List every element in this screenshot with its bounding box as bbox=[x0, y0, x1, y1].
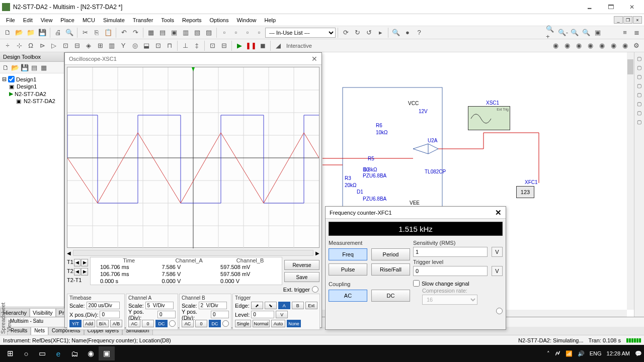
instr-icon-2[interactable]: ▢ bbox=[635, 63, 643, 71]
comp-icon-7[interactable]: ⊟ bbox=[71, 40, 83, 51]
chb-0-button[interactable]: 0 bbox=[195, 320, 207, 327]
tb-icon-probe2[interactable]: ● bbox=[402, 27, 413, 38]
comp-icon-4[interactable]: ⊳ bbox=[37, 40, 48, 51]
paste-icon[interactable]: 📋 bbox=[103, 27, 114, 38]
instr-icon-3[interactable]: ▢ bbox=[635, 72, 643, 80]
tray-power-icon[interactable]: 🗲 bbox=[555, 350, 560, 356]
mdi-minimize[interactable]: _ bbox=[614, 16, 623, 24]
menu-view[interactable]: View bbox=[37, 16, 57, 25]
dt-icon-4[interactable]: ▤ bbox=[30, 63, 39, 72]
tray-volume-icon[interactable]: 🔊 bbox=[578, 350, 585, 357]
interactive-icon[interactable]: ◢ bbox=[273, 40, 284, 51]
menu-options[interactable]: Options bbox=[206, 16, 233, 25]
place-icon-3[interactable]: ⊡ bbox=[207, 40, 218, 51]
trig-none-button[interactable]: None bbox=[287, 320, 301, 327]
tree-root-check[interactable] bbox=[8, 76, 15, 82]
place-icon-4[interactable]: ⊟ bbox=[218, 40, 229, 51]
menu-place[interactable]: Place bbox=[56, 16, 78, 25]
instr-icon-7[interactable]: ▢ bbox=[635, 109, 643, 117]
maximize-button[interactable]: 🗖 bbox=[601, 2, 621, 13]
menu-transfer[interactable]: Transfer bbox=[129, 16, 157, 25]
dt-icon-2[interactable]: 📂 bbox=[11, 63, 20, 72]
mdi-restore[interactable]: ❐ bbox=[623, 16, 632, 24]
t2-left[interactable]: ◀ bbox=[74, 268, 81, 276]
menu-simulate[interactable]: Simulate bbox=[99, 16, 129, 25]
timebase-xpos-input[interactable] bbox=[100, 311, 120, 318]
cut-icon[interactable]: ✂ bbox=[79, 27, 91, 38]
comp-icon-10[interactable]: ▥ bbox=[106, 40, 117, 51]
menu-mcu[interactable]: MCU bbox=[78, 16, 99, 25]
tab-nets[interactable]: Nets bbox=[31, 327, 48, 335]
ab-button[interactable]: A/B bbox=[110, 320, 122, 327]
chrome-icon[interactable]: ◉ bbox=[83, 346, 99, 360]
comp-icon-13[interactable]: ⬓ bbox=[141, 40, 152, 51]
cha-0-button[interactable]: 0 bbox=[142, 320, 154, 327]
comp-icon-14[interactable]: ⊡ bbox=[152, 40, 164, 51]
trig-auto-button[interactable]: Auto bbox=[271, 320, 285, 327]
tb-icon-17[interactable]: ⟳ bbox=[340, 27, 351, 38]
undo-icon[interactable]: ↶ bbox=[118, 27, 129, 38]
oscilloscope-screen[interactable] bbox=[67, 67, 319, 248]
tray-up-icon[interactable]: ˄ bbox=[547, 350, 550, 357]
tb-icon-18[interactable]: ↻ bbox=[352, 27, 363, 38]
tab-visibility[interactable]: Visibility bbox=[30, 308, 56, 317]
place-icon-1[interactable]: ⊥ bbox=[180, 40, 191, 51]
cha-ac-button[interactable]: AC bbox=[128, 320, 140, 327]
help-icon[interactable]: ? bbox=[414, 27, 425, 38]
oscilloscope-titlebar[interactable]: Oscilloscope-XSC1 ✕ bbox=[65, 53, 321, 65]
zoom-out-icon[interactable]: 🔍- bbox=[557, 27, 569, 38]
menu-tools[interactable]: Tools bbox=[157, 16, 178, 25]
comp-icon-2[interactable]: ⊹ bbox=[14, 40, 25, 51]
start-icon[interactable]: ⊞ bbox=[2, 346, 18, 360]
tb-icon-15[interactable]: ▫ bbox=[242, 27, 253, 38]
timebase-scale-input[interactable] bbox=[87, 302, 120, 309]
open-sample-icon[interactable]: 📁 bbox=[25, 27, 36, 38]
tb-icon-7[interactable]: ▦ bbox=[145, 27, 156, 38]
trigger-level-input[interactable] bbox=[251, 311, 274, 318]
instr-icon-5[interactable]: ▢ bbox=[635, 90, 643, 99]
fc-trigger-input[interactable] bbox=[413, 266, 488, 276]
trig-single-button[interactable]: Single bbox=[235, 320, 251, 327]
multisim-task-icon[interactable]: ▣ bbox=[99, 346, 115, 360]
trig-src-ext-button[interactable]: Ext bbox=[305, 302, 317, 309]
chan-b-ypos-input[interactable] bbox=[211, 311, 229, 318]
comp-icon-5[interactable]: ▷ bbox=[48, 40, 59, 51]
explorer-icon[interactable]: 🗂 bbox=[66, 346, 83, 360]
save-button[interactable]: Save bbox=[284, 272, 319, 282]
comp-icon-9[interactable]: ⊞ bbox=[95, 40, 106, 51]
menu-help[interactable]: Help bbox=[261, 16, 280, 25]
minimize-button[interactable]: 🗕 bbox=[580, 2, 600, 13]
print-preview-icon[interactable]: 🔍 bbox=[64, 27, 75, 38]
tree-root[interactable]: ⊟Design1 bbox=[2, 75, 62, 83]
tb-icon-12[interactable]: ▨ bbox=[203, 27, 214, 38]
menu-window[interactable]: Window bbox=[232, 16, 260, 25]
close-button[interactable]: ✕ bbox=[622, 2, 642, 13]
instr-icon-6[interactable]: ▢ bbox=[635, 100, 643, 108]
period-button[interactable]: Period bbox=[371, 248, 410, 260]
probe-icon-2[interactable]: ◉ bbox=[561, 40, 573, 51]
tb-icon-probe1[interactable]: 🔍 bbox=[390, 27, 401, 38]
pause-icon[interactable]: ❚❚ bbox=[246, 40, 257, 51]
dt-icon-5[interactable]: ▦ bbox=[39, 63, 48, 72]
copy-icon[interactable]: ⎘ bbox=[91, 27, 102, 38]
dt-icon-3[interactable]: 💾 bbox=[20, 63, 29, 72]
chb-ac-button[interactable]: AC bbox=[182, 320, 194, 327]
tray-time[interactable]: 12:28 AM bbox=[607, 350, 630, 356]
trig-src-a-button[interactable]: A bbox=[278, 302, 290, 309]
tb-icon-9[interactable]: ▣ bbox=[169, 27, 180, 38]
risefall-button[interactable]: Rise/Fall bbox=[371, 263, 410, 276]
comp-icon-3[interactable]: Ω bbox=[25, 40, 36, 51]
vertical-scrollbar[interactable] bbox=[627, 52, 634, 310]
tray-lang[interactable]: ENG bbox=[590, 350, 602, 356]
t1-left[interactable]: ◀ bbox=[74, 259, 81, 266]
chan-a-ypos-input[interactable] bbox=[157, 311, 176, 318]
cha-dc-button[interactable]: DC bbox=[155, 320, 168, 327]
tree-item-0[interactable]: ▣Design1 bbox=[2, 83, 62, 90]
probe-icon-6[interactable]: ◉ bbox=[608, 40, 619, 51]
tree-item-1[interactable]: ▶N2-ST7-DA2 bbox=[2, 90, 62, 98]
redo-icon[interactable]: ↷ bbox=[130, 27, 141, 38]
edge-icon[interactable]: e bbox=[50, 346, 66, 360]
probe-icon-7[interactable]: ◉ bbox=[619, 40, 630, 51]
tb-icon-20[interactable]: ▸ bbox=[375, 27, 386, 38]
menu-file[interactable]: File bbox=[2, 16, 19, 25]
